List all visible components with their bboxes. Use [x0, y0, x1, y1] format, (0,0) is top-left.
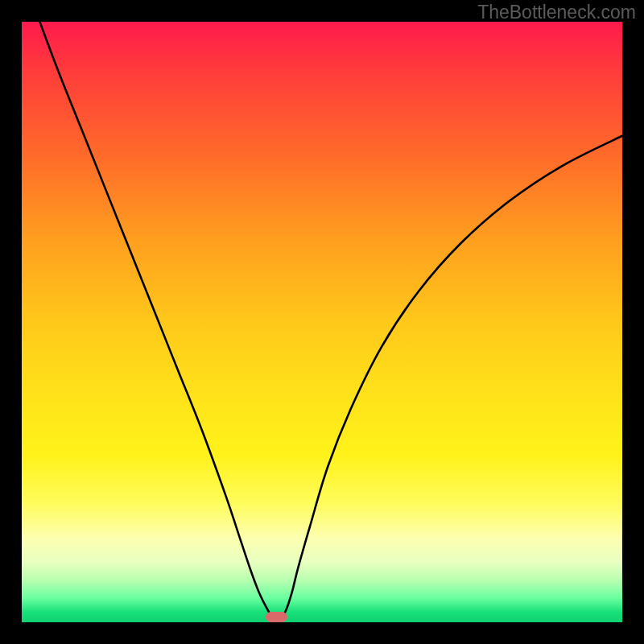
minimum-marker	[266, 612, 287, 622]
chart-frame: TheBottleneck.com	[0, 0, 644, 644]
bottleneck-curve	[22, 22, 622, 622]
watermark-text: TheBottleneck.com	[477, 2, 636, 23]
plot-area	[22, 22, 622, 622]
